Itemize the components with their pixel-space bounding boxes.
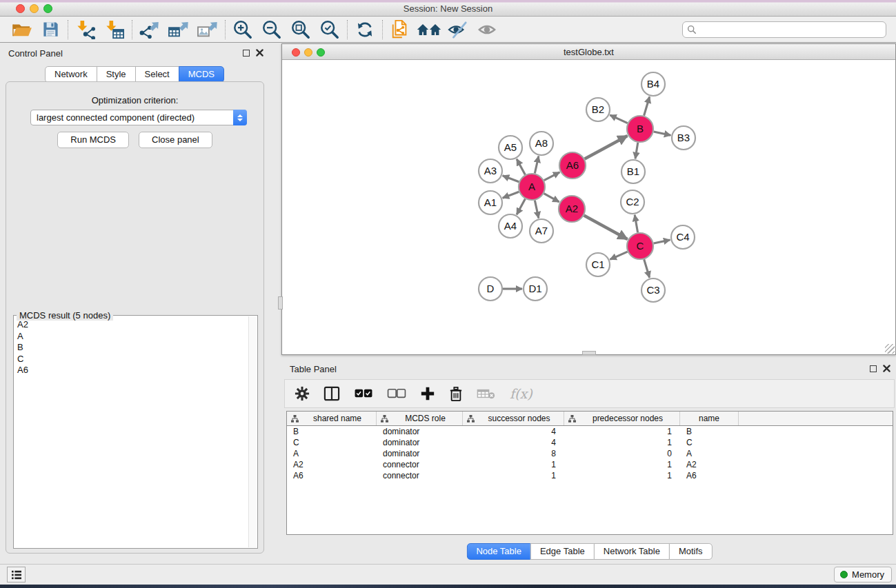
graph-node-A4[interactable]: A4	[499, 214, 522, 238]
column-header-successor-nodes[interactable]: successor nodes	[463, 412, 564, 425]
graph-node-D[interactable]: D	[479, 277, 502, 301]
tab-select[interactable]: Select	[135, 66, 179, 83]
refresh-button[interactable]	[350, 18, 379, 41]
table-cell[interactable]: 0	[564, 449, 680, 458]
table-row[interactable]: Cdominator41C	[287, 437, 893, 448]
hide-selected-button[interactable]	[444, 18, 472, 41]
memory-button[interactable]: Memory	[834, 567, 892, 582]
table-cell[interactable]: A6	[680, 471, 739, 480]
select-all-columns-button[interactable]	[354, 388, 373, 399]
graph-edge-A-A6[interactable]	[544, 172, 560, 181]
graph-node-C[interactable]: C	[627, 233, 653, 259]
tab-node-table[interactable]: Node Table	[466, 543, 531, 560]
export-network-button[interactable]	[135, 18, 164, 41]
zoom-out-button[interactable]	[257, 18, 286, 41]
table-settings-button[interactable]	[295, 386, 310, 401]
network-canvas[interactable]: B4B2BB3A8A5A6A3B1AC2A1A2A4A7C4CC1DD1C3	[283, 60, 895, 354]
mcds-result-item[interactable]: B	[14, 341, 248, 353]
search-input[interactable]	[699, 25, 882, 34]
table-cell[interactable]: 8	[463, 449, 564, 458]
graph-node-C3[interactable]: C3	[641, 278, 665, 302]
graph-edge-A-A7[interactable]	[535, 201, 539, 219]
table-cell[interactable]: 4	[463, 427, 564, 436]
graph-node-C4[interactable]: C4	[671, 225, 695, 249]
criterion-dropdown[interactable]: largest connected component (directed)	[30, 110, 247, 125]
table-cell[interactable]: A6	[287, 471, 377, 480]
result-scrollbar[interactable]	[248, 316, 257, 547]
table-cell[interactable]: A2	[680, 460, 739, 469]
graph-node-A8[interactable]: A8	[530, 132, 553, 155]
tab-style[interactable]: Style	[97, 66, 136, 83]
table-cell[interactable]: A	[680, 449, 739, 458]
graph-edge-A-A8[interactable]	[535, 156, 539, 174]
graph-edge-B-B3[interactable]	[654, 132, 671, 135]
graph-node-A2[interactable]: A2	[559, 196, 585, 222]
function-builder-button[interactable]: f(x)	[510, 386, 532, 401]
table-row[interactable]: A2connector11A2	[287, 459, 893, 470]
show-column-panel-button[interactable]	[323, 386, 340, 401]
column-header-name[interactable]: name	[680, 412, 739, 425]
mcds-result-item[interactable]: A	[14, 330, 248, 342]
search-field[interactable]	[682, 21, 886, 38]
graph-edge-A-A2[interactable]	[544, 194, 559, 202]
graph-node-C2[interactable]: C2	[621, 190, 644, 214]
left-splitter-handle[interactable]	[278, 296, 283, 310]
zoom-in-button[interactable]	[228, 18, 257, 41]
table-cell[interactable]: 1	[564, 460, 680, 469]
table-cell[interactable]: B	[287, 427, 377, 436]
mcds-result-item[interactable]: A6	[14, 364, 248, 376]
column-header-predecessor-nodes[interactable]: predecessor nodes	[564, 412, 680, 425]
graph-node-C1[interactable]: C1	[586, 253, 610, 276]
network-window-titlebar[interactable]: testGlobe.txt	[282, 44, 895, 60]
table-cell[interactable]: 1	[564, 427, 680, 436]
close-panel-icon[interactable]	[256, 49, 263, 57]
table-cell[interactable]: 1	[564, 471, 680, 480]
graph-edge-B-B2[interactable]	[610, 115, 628, 123]
graph-node-A[interactable]: A	[519, 174, 545, 200]
table-cell[interactable]: C	[680, 438, 739, 447]
graph-edge-A2-C[interactable]	[584, 216, 628, 239]
table-row[interactable]: Adominator80A	[287, 448, 893, 459]
table-row[interactable]: Bdominator41B	[287, 426, 893, 437]
graph-node-A1[interactable]: A1	[479, 191, 502, 214]
graph-edge-B-B4[interactable]	[644, 97, 650, 116]
import-table-button[interactable]	[100, 18, 129, 41]
show-all-button[interactable]	[472, 18, 501, 41]
delete-table-button[interactable]	[477, 387, 496, 400]
graph-edge-A-A1[interactable]	[503, 192, 519, 198]
resize-grip-icon[interactable]	[885, 344, 895, 354]
graph-node-B4[interactable]: B4	[641, 72, 665, 96]
delete-column-button[interactable]	[449, 386, 463, 402]
mcds-result-item[interactable]: C	[14, 353, 248, 365]
table-cell[interactable]: 1	[463, 471, 564, 480]
graph-edge-A6-B[interactable]	[585, 136, 628, 159]
graph-node-A6[interactable]: A6	[559, 152, 586, 179]
table-cell[interactable]: connector	[377, 460, 463, 469]
graph-edge-A-A4[interactable]	[517, 199, 525, 215]
save-session-button[interactable]	[36, 18, 65, 41]
graph-node-A5[interactable]: A5	[499, 136, 522, 159]
float-panel-icon[interactable]	[243, 50, 250, 57]
tab-network-table[interactable]: Network Table	[594, 543, 670, 560]
export-image-button[interactable]	[193, 18, 222, 41]
graph-node-B[interactable]: B	[627, 116, 653, 142]
export-table-button[interactable]	[164, 18, 193, 41]
graph-edge-B-B1[interactable]	[635, 143, 638, 159]
task-history-button[interactable]	[7, 567, 26, 582]
table-row[interactable]: A6connector11A6	[287, 470, 893, 481]
run-mcds-button[interactable]: Run MCDS	[57, 132, 129, 148]
graph-node-A3[interactable]: A3	[479, 159, 502, 183]
graph-node-A7[interactable]: A7	[530, 219, 553, 243]
tab-edge-table[interactable]: Edge Table	[530, 543, 595, 560]
graph-edge-C-C1[interactable]	[610, 252, 627, 259]
graph-node-B3[interactable]: B3	[672, 126, 695, 150]
table-cell[interactable]: dominator	[377, 449, 463, 458]
zoom-selected-button[interactable]	[315, 18, 344, 41]
tab-network[interactable]: Network	[45, 66, 97, 83]
table-cell[interactable]: C	[287, 438, 377, 447]
graph-edge-A-A3[interactable]	[503, 176, 519, 182]
graph-edge-A-A5[interactable]	[517, 159, 525, 175]
column-header-MCDS-role[interactable]: MCDS role	[377, 412, 463, 425]
create-column-button[interactable]	[420, 386, 435, 401]
unselect-all-columns-button[interactable]	[387, 388, 406, 399]
